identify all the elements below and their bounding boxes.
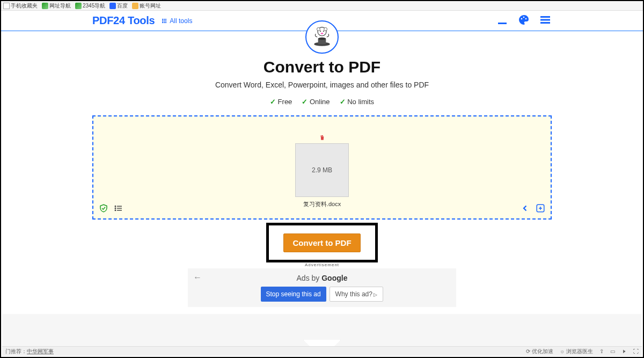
sheep-hat-icon: [310, 25, 334, 49]
why-ad-button[interactable]: Why this ad?: [330, 287, 384, 302]
palette-icon[interactable]: [517, 13, 530, 28]
favorite-item[interactable]: 手机收藏夹: [3, 2, 38, 10]
convert-button[interactable]: Convert to PDF: [283, 233, 360, 252]
all-tools-label: All tools: [170, 17, 192, 25]
optimize-icon[interactable]: ⟳ 优化加速: [526, 348, 553, 355]
svg-rect-14: [540, 22, 550, 24]
delete-file-icon[interactable]: [295, 135, 349, 142]
ad-panel: ← Ads by Google Stop seeing this ad Why …: [188, 268, 456, 307]
svg-rect-12: [540, 16, 550, 18]
expand-icon[interactable]: ⛶: [633, 348, 639, 354]
page-subtitle: Convert Word, Excel, Powerpoint, images …: [92, 81, 552, 89]
brand-logo-badge[interactable]: [305, 20, 339, 54]
file-thumbnail: 2.9 MB: [295, 143, 349, 197]
favorite-item[interactable]: 网址导航: [42, 2, 71, 10]
svg-point-11: [525, 18, 527, 19]
browser-favorites-bar: 手机收藏夹 网址导航 2345导航 百度 账号网址: [1, 1, 643, 11]
all-tools-link[interactable]: All tools: [162, 17, 192, 25]
feature-list: Free Online No limits: [92, 98, 552, 106]
page-title: Convert to PDF: [92, 58, 552, 76]
add-file-icon[interactable]: [536, 203, 545, 215]
ad-label: Advertisement: [92, 262, 552, 267]
svg-point-6: [320, 31, 321, 32]
svg-point-7: [323, 31, 324, 32]
feature-item: Online: [302, 98, 330, 106]
feature-item: Free: [270, 98, 292, 106]
favorite-item[interactable]: 百度: [109, 2, 128, 10]
menu-icon[interactable]: [539, 13, 552, 28]
svg-point-18: [115, 206, 116, 207]
uploaded-file[interactable]: 2.9 MB 复习资料.docx: [295, 135, 349, 208]
ad-attribution: Ads by Google: [193, 274, 451, 282]
svg-point-19: [115, 208, 116, 209]
share-icon[interactable]: ⇪: [599, 348, 604, 354]
svg-point-20: [115, 210, 116, 211]
list-icon[interactable]: [114, 203, 123, 215]
convert-highlight-box: Convert to PDF: [266, 223, 378, 262]
browser-status-bar: 门推荐： 中华网军事 ⟳ 优化加速 ☼ 浏览器医生 ⇪ ▭ 🕨 ⛶: [2, 346, 642, 356]
svg-point-5: [324, 27, 327, 31]
footer-recommend-label: 门推荐：: [5, 348, 27, 355]
feature-item: No limits: [340, 98, 374, 106]
download-icon[interactable]: [496, 13, 509, 28]
browser-doctor-icon[interactable]: ☼ 浏览器医生: [560, 348, 593, 355]
file-dropzone[interactable]: 2.9 MB 复习资料.docx: [92, 115, 552, 220]
svg-point-2: [318, 38, 326, 40]
favorite-item[interactable]: 2345导航: [75, 2, 105, 10]
favorite-item[interactable]: 账号网址: [132, 2, 161, 10]
svg-point-8: [321, 33, 323, 34]
volume-icon[interactable]: 🕨: [621, 348, 627, 354]
file-name: 复习资料.docx: [295, 200, 349, 208]
site-header: PDF24 Tools All tools: [1, 11, 643, 31]
brand-logo-text[interactable]: PDF24 Tools: [92, 14, 155, 27]
svg-point-4: [317, 27, 320, 31]
chevron-left-icon[interactable]: [521, 203, 530, 215]
svg-point-9: [521, 18, 523, 19]
svg-point-10: [523, 16, 525, 18]
screenshot-icon[interactable]: ▭: [610, 348, 615, 354]
file-size: 2.9 MB: [312, 166, 332, 174]
svg-rect-13: [540, 19, 550, 20]
footer-recommend-link[interactable]: 中华网军事: [27, 348, 54, 355]
stop-ad-button[interactable]: Stop seeing this ad: [261, 287, 326, 302]
grid-icon: [162, 19, 166, 23]
shield-icon[interactable]: [99, 203, 108, 215]
ad-back-icon[interactable]: ←: [193, 273, 202, 282]
